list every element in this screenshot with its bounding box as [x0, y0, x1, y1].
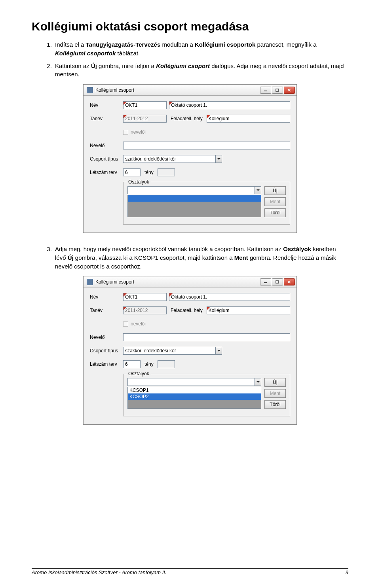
window-title: Kollégiumi csoport [95, 279, 260, 285]
label-teny: tény [144, 170, 154, 175]
step-3: Adja meg, hogy mely nevelői csoportokból… [53, 245, 348, 270]
chevron-down-icon [215, 155, 222, 163]
dialog-kollegiumi-csoport-2: Kollégiumi csoport Név OKT1 Oktató csopo… [83, 276, 297, 425]
app-icon [87, 279, 93, 285]
label-nevelo: Nevelő [90, 143, 123, 148]
button-uj[interactable]: Új [264, 378, 286, 387]
input-letszam-terv[interactable]: 6 [123, 168, 141, 176]
input-nev[interactable]: Oktató csoport 1. [169, 101, 290, 109]
app-icon [87, 87, 93, 93]
close-button[interactable] [284, 87, 295, 94]
input-letszam-teny [158, 360, 175, 368]
label-teny: tény [144, 361, 154, 367]
listbox-osztalyok[interactable] [127, 195, 261, 217]
footer-text: Aromo Iskolaadminisztrációs Szoftver - A… [32, 569, 167, 575]
fieldset-osztalyok: Osztályok Új Ment Töröl [123, 182, 290, 225]
input-tanev: 2011-2012 [123, 306, 167, 314]
input-tanev: 2011-2012 [123, 115, 167, 123]
input-letszam-terv[interactable]: 6 [123, 360, 141, 368]
minimize-button[interactable] [260, 278, 271, 285]
page-number: 9 [346, 569, 348, 575]
label-letszterv: Létszám terv [90, 361, 123, 367]
svg-rect-1 [276, 89, 279, 91]
window-title: Kollégiumi csoport [95, 87, 260, 93]
label-tanev: Tanév [90, 116, 123, 121]
combo-osztaly[interactable] [127, 186, 261, 194]
button-ment[interactable]: Ment [264, 197, 286, 206]
label-cstipus: Csoport típus [90, 348, 123, 354]
list-item[interactable]: KCSOP1 [128, 387, 261, 393]
legend-osztalyok: Osztályok [127, 371, 151, 376]
input-kod[interactable]: OKT1 [123, 101, 167, 109]
label-feladhely: Feladatell. hely [171, 116, 203, 121]
combo-cstipus[interactable]: szakkör, érdeklődési kör [123, 347, 222, 355]
checkbox-neveloi [123, 321, 128, 327]
legend-osztalyok: Osztályok [127, 179, 151, 185]
input-kod[interactable]: OKT1 [123, 293, 167, 301]
listbox-osztalyok[interactable]: KCSOP1 KCSOP2 [127, 387, 261, 409]
label-nev: Név [90, 294, 123, 300]
step-1: Indítsa el a Tanügyigazgatás-Tervezés mo… [53, 40, 348, 58]
input-feladhely[interactable]: Kollégium [207, 306, 290, 314]
titlebar[interactable]: Kollégiumi csoport [84, 276, 296, 287]
label-tanev: Tanév [90, 308, 123, 313]
fieldset-osztalyok: Osztályok KCSOP1 KCSOP2 [123, 374, 290, 416]
dialog-kollegiumi-csoport-1: Kollégiumi csoport Név OKT1 Oktató csopo… [83, 84, 297, 233]
close-button[interactable] [284, 278, 295, 285]
label-nev: Név [90, 102, 123, 108]
button-torol[interactable]: Töröl [264, 400, 286, 409]
label-nevelo: Nevelő [90, 335, 123, 340]
maximize-button[interactable] [272, 87, 283, 94]
list-item[interactable]: KCSOP2 [128, 393, 261, 400]
button-torol[interactable]: Töröl [264, 208, 286, 217]
input-letszam-teny [158, 168, 175, 176]
chevron-down-icon [215, 347, 222, 354]
input-nevelo[interactable] [123, 142, 290, 149]
chevron-down-icon [255, 187, 261, 194]
input-nevelo[interactable] [123, 333, 290, 341]
label-neveloi-cb: nevelői [131, 129, 146, 135]
titlebar[interactable]: Kollégiumi csoport [84, 85, 296, 96]
minimize-button[interactable] [260, 87, 271, 94]
input-nev[interactable]: Oktató csoport 1. [169, 293, 290, 301]
step-2: Kattintson az Új gombra, mire feljön a K… [53, 62, 348, 79]
label-neveloi-cb: nevelői [131, 321, 146, 327]
combo-cstipus[interactable]: szakkör, érdeklődési kör [123, 155, 222, 163]
button-ment[interactable]: Ment [264, 389, 286, 398]
input-feladhely[interactable]: Kollégium [207, 115, 290, 123]
button-uj[interactable]: Új [264, 186, 286, 195]
label-feladhely: Feladatell. hely [171, 308, 203, 313]
maximize-button[interactable] [272, 278, 283, 285]
chevron-down-icon [255, 378, 261, 386]
checkbox-neveloi [123, 130, 128, 135]
combo-osztaly[interactable] [127, 378, 261, 386]
svg-rect-5 [276, 281, 279, 283]
page-heading: Kollégiumi oktatási csoport megadása [32, 20, 348, 33]
label-cstipus: Csoport típus [90, 156, 123, 162]
label-letszterv: Létszám terv [90, 170, 123, 175]
